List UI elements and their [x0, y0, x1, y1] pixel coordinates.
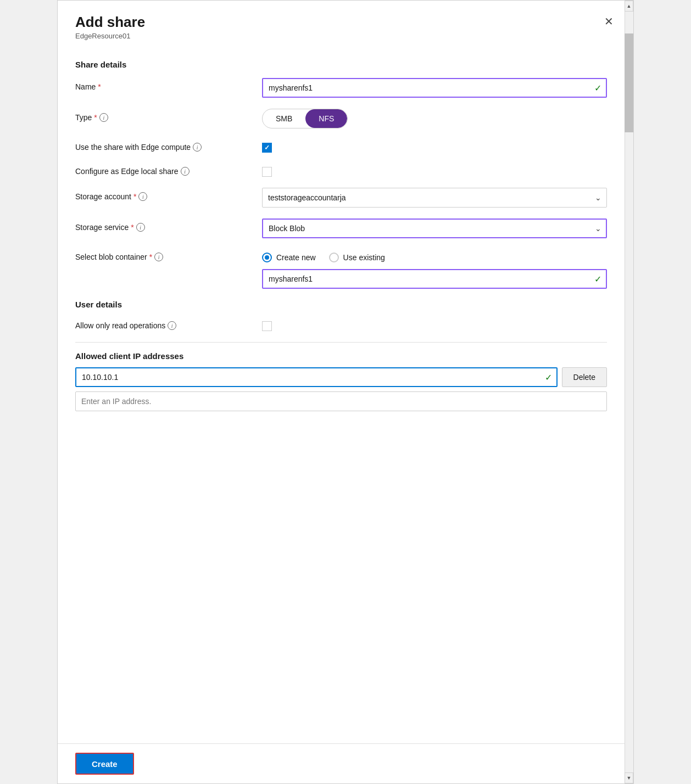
- name-row: Name * ✓: [75, 78, 607, 98]
- smb-toggle[interactable]: SMB: [263, 109, 305, 128]
- user-details-section: User details Allow only read operations …: [75, 300, 607, 411]
- header-text: Add share EdgeResource01: [75, 14, 145, 40]
- ip-section-title: Allowed client IP addresses: [75, 351, 607, 361]
- edge-compute-checkbox-wrapper: [262, 143, 607, 153]
- allow-read-checkbox[interactable]: [262, 321, 272, 331]
- panel-footer: Create: [58, 743, 633, 783]
- storage-service-select-wrapper: Block Blob ⌄: [262, 219, 607, 238]
- allow-read-label: Allow only read operations i: [75, 318, 262, 330]
- scrollbar-track[interactable]: ▲ ▼: [625, 1, 633, 783]
- storage-account-control: teststorageaccountarja ⌄: [262, 188, 607, 208]
- delete-button[interactable]: Delete: [562, 367, 607, 387]
- scroll-arrow-down[interactable]: ▼: [625, 772, 633, 783]
- share-details-section-title: Share details: [75, 60, 607, 69]
- ip-row-filled: ✓ Delete: [75, 367, 607, 387]
- ip-row-empty: [75, 391, 607, 411]
- blob-container-required: *: [149, 253, 152, 261]
- blob-container-info-icon[interactable]: i: [154, 253, 163, 261]
- edge-compute-info-icon[interactable]: i: [193, 143, 202, 152]
- blob-container-input-area: ✓: [262, 269, 607, 289]
- allow-read-info-icon[interactable]: i: [168, 321, 176, 330]
- name-input-wrapper: ✓: [262, 78, 607, 98]
- panel-title: Add share: [75, 14, 145, 31]
- scrollbar-thumb[interactable]: [625, 33, 633, 132]
- scroll-arrow-up[interactable]: ▲: [625, 1, 633, 12]
- create-new-radio[interactable]: [262, 253, 272, 262]
- edge-local-info-icon[interactable]: i: [181, 167, 190, 176]
- blob-name-check-icon: ✓: [594, 274, 601, 284]
- edge-local-row: Configure as Edge local share i: [75, 164, 607, 177]
- ip-input-wrapper: ✓: [75, 367, 558, 387]
- use-existing-radio[interactable]: [329, 253, 339, 262]
- type-control: SMB NFS: [262, 109, 607, 128]
- storage-service-select[interactable]: Block Blob: [262, 219, 607, 238]
- edge-local-label: Configure as Edge local share i: [75, 164, 262, 176]
- blob-container-control: Create new Use existing ✓: [262, 249, 607, 289]
- type-row: Type * i SMB NFS: [75, 109, 607, 128]
- use-existing-option[interactable]: Use existing: [329, 253, 385, 262]
- storage-account-select[interactable]: teststorageaccountarja: [262, 188, 607, 208]
- edge-local-checkbox-wrapper: [262, 167, 607, 177]
- storage-service-control: Block Blob ⌄: [262, 219, 607, 238]
- edge-local-checkbox[interactable]: [262, 167, 272, 177]
- name-required: *: [98, 82, 101, 91]
- edge-compute-row: Use the share with Edge compute i: [75, 139, 607, 153]
- nfs-toggle[interactable]: NFS: [305, 109, 347, 128]
- edge-compute-checkbox[interactable]: [262, 143, 272, 153]
- type-label: Type * i: [75, 109, 262, 122]
- storage-service-row: Storage service * i Block Blob ⌄: [75, 219, 607, 238]
- edge-compute-label: Use the share with Edge compute i: [75, 139, 262, 152]
- name-label: Name *: [75, 78, 262, 91]
- divider: [75, 342, 607, 343]
- storage-service-label: Storage service * i: [75, 219, 262, 232]
- panel-subtitle: EdgeResource01: [75, 32, 145, 40]
- name-control: ✓: [262, 78, 607, 98]
- blob-container-row: Select blob container * i Create new Use…: [75, 249, 607, 289]
- blob-container-radio-group: Create new Use existing: [262, 253, 607, 262]
- storage-account-label: Storage account * i: [75, 188, 262, 201]
- allow-read-control: [262, 318, 607, 331]
- storage-account-row: Storage account * i teststorageaccountar…: [75, 188, 607, 208]
- close-button[interactable]: ✕: [602, 14, 616, 29]
- name-check-icon: ✓: [594, 83, 601, 93]
- storage-account-info-icon[interactable]: i: [138, 192, 147, 201]
- storage-account-required: *: [133, 192, 136, 201]
- edge-local-control: [262, 164, 607, 177]
- storage-service-info-icon[interactable]: i: [136, 223, 145, 232]
- type-required: *: [94, 113, 97, 122]
- create-button[interactable]: Create: [75, 753, 134, 775]
- allow-read-checkbox-wrapper: [262, 321, 607, 331]
- name-input[interactable]: [262, 78, 607, 98]
- panel-body: Share details Name * ✓ Type * i: [58, 44, 633, 743]
- add-share-panel: ▲ ▼ Add share EdgeResource01 ✕ Share det…: [57, 0, 634, 784]
- user-details-section-title: User details: [75, 300, 607, 309]
- create-new-option[interactable]: Create new: [262, 253, 316, 262]
- type-toggle-group: SMB NFS: [262, 109, 348, 128]
- ip-check-icon: ✓: [545, 372, 552, 383]
- blob-name-input-wrapper: ✓: [262, 269, 607, 289]
- allow-read-row: Allow only read operations i: [75, 318, 607, 331]
- blob-name-input[interactable]: [262, 269, 607, 289]
- panel-header: Add share EdgeResource01 ✕: [58, 1, 633, 44]
- storage-account-select-wrapper: teststorageaccountarja ⌄: [262, 188, 607, 208]
- ip-placeholder-input[interactable]: [75, 391, 607, 411]
- ip-input[interactable]: [75, 367, 558, 387]
- type-info-icon[interactable]: i: [99, 113, 108, 122]
- edge-compute-control: [262, 139, 607, 153]
- blob-container-label: Select blob container * i: [75, 249, 262, 261]
- storage-service-required: *: [131, 223, 133, 232]
